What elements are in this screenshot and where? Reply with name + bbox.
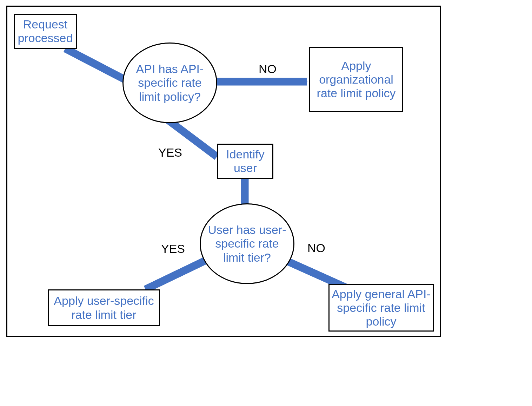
decision-api-specific-policy-label: API has API-specific rate limit policy?	[126, 62, 213, 103]
node-apply-general-api-policy: Apply general API-specific rate limit po…	[328, 284, 434, 332]
node-request-processed: Request processed	[14, 14, 77, 49]
svg-line-0	[65, 48, 127, 80]
node-identify-user-label: Identify user	[220, 148, 270, 175]
edge-label-api-no: NO	[259, 63, 277, 75]
node-apply-general-api-policy-label: Apply general API-specific rate limit po…	[332, 287, 431, 328]
diagram-frame: Request processed API has API-specific r…	[6, 6, 441, 337]
edge-label-user-no: NO	[307, 242, 325, 254]
node-apply-org-policy-label: Apply organizational rate limit policy	[312, 59, 400, 100]
edge-label-api-yes: YES	[158, 146, 182, 158]
decision-user-specific-tier-label: User has user-specific rate limit tier?	[204, 223, 291, 264]
svg-line-4	[145, 259, 208, 289]
node-request-processed-label: Request processed	[17, 18, 74, 45]
node-identify-user: Identify user	[217, 144, 273, 179]
node-apply-user-tier-label: Apply user-specific rate limit tier	[51, 294, 157, 321]
node-apply-user-tier: Apply user-specific rate limit tier	[48, 289, 160, 326]
decision-user-specific-tier: User has user-specific rate limit tier?	[200, 203, 294, 284]
diagram-canvas: Request processed API has API-specific r…	[0, 0, 532, 406]
node-apply-org-policy: Apply organizational rate limit policy	[309, 47, 403, 112]
decision-api-specific-policy: API has API-specific rate limit policy?	[122, 42, 217, 123]
edge-label-user-yes: YES	[161, 243, 185, 255]
